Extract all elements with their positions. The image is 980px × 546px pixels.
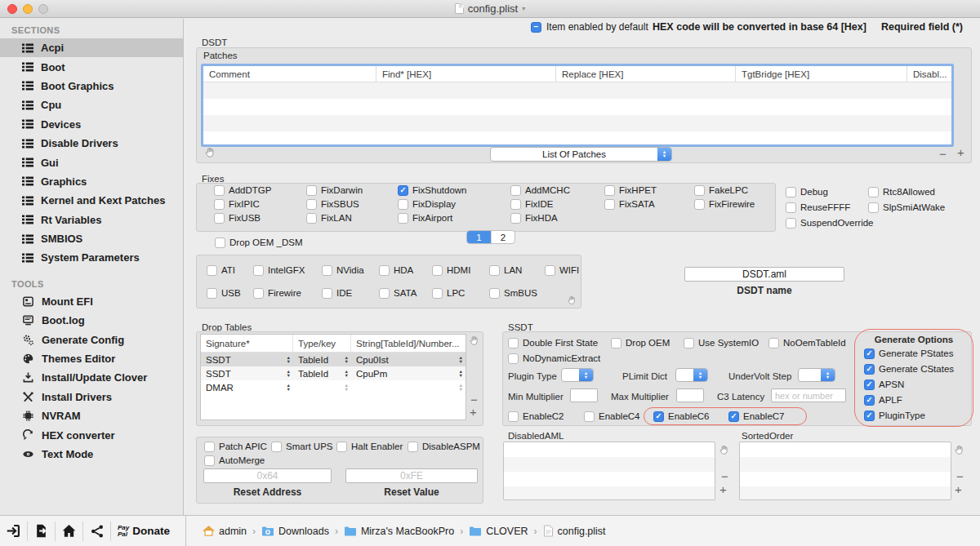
sidebar-item-graphics[interactable]: Graphics [0,172,183,191]
breadcrumb-item-downloads[interactable]: Downloads [261,526,329,537]
checkbox-lan[interactable]: LAN [489,264,522,276]
checkbox-fixide[interactable]: FixIDE [510,198,554,210]
stepper-icon[interactable] [287,384,291,391]
remove-drop-table-button[interactable]: − [470,395,478,405]
checkbox-hda[interactable]: HDA [379,264,413,276]
sidebar-item-rt-variables[interactable]: Rt Variables [0,211,183,229]
disabledaml-list[interactable] [503,442,715,500]
sidebar-tool-nvram[interactable]: NVRAM [0,406,183,425]
stepper-icon[interactable] [459,384,463,391]
checkbox-fixshutdown[interactable]: FixShutdown [398,184,466,196]
checkbox-fakelpc[interactable]: FakeLPC [694,184,748,196]
checkbox-double-first-state[interactable]: Double First State [508,337,598,348]
checkbox-hdmi[interactable]: HDMI [432,264,470,276]
checkbox-suspendoverride[interactable]: SuspendOverride [786,217,874,229]
sidebar-item-disable-drivers[interactable]: Disable Drivers [0,134,183,153]
checkbox-smbus[interactable]: SmBUS [489,287,537,299]
sidebar-item-system-parameters[interactable]: System Parameters [0,248,183,267]
sidebar-item-cpu[interactable]: Cpu [0,95,183,114]
sidebar-tool-generate-config[interactable]: Generate Config [0,330,183,348]
stepper-icon[interactable] [287,370,291,377]
checkbox-enablec2[interactable]: EnableC2 [508,411,564,422]
breadcrumb-item-mirzas-macbookpro[interactable]: Mirza's MacBookPro [344,526,454,537]
checkbox-generate-cstates[interactable]: Generate CStates [864,363,954,375]
patches-table[interactable]: Comment Find* [HEX] Replace [HEX] TgtBri… [201,64,954,147]
checkbox-enablec6[interactable]: EnableC6 [653,411,710,422]
checkbox-intelgfx[interactable]: IntelGFX [253,264,305,276]
column-header-string-tableid[interactable]: String[TableId]/Number... [351,335,466,352]
remove-patch-button[interactable]: − [939,149,947,159]
checkbox-lpc[interactable]: LPC [432,287,465,299]
checkbox-fixusb[interactable]: FixUSB [214,212,261,224]
stepper-icon[interactable] [287,356,291,363]
checkbox-ide[interactable]: IDE [322,287,352,299]
sidebar-item-acpi[interactable]: Acpi [0,38,183,57]
checkbox-fixsata[interactable]: FixSATA [604,198,655,210]
checkbox-usb[interactable]: USB [207,287,241,299]
checkbox-sata[interactable]: SATA [379,287,416,299]
checkbox-nodynamicextract[interactable]: NoDynamicExtract [508,353,600,364]
checkbox-firewire[interactable]: Firewire [253,287,301,299]
sidebar-item-devices[interactable]: Devices [0,115,183,134]
checkbox-disableaspm[interactable]: DisableASPM [408,441,480,452]
checkbox-fixdarwin[interactable]: FixDarwin [306,184,363,196]
checkbox-reuseffff[interactable]: ReuseFFFF [786,202,850,213]
column-header-disabled[interactable]: Disabl... [907,66,951,82]
checkbox-aplf[interactable]: APLF [864,394,902,406]
max-multiplier-field[interactable] [676,388,704,402]
add-drop-table-button[interactable]: + [470,407,477,417]
checkbox-fixlan[interactable]: FixLAN [306,212,352,224]
checkbox-use-systemio[interactable]: Use SystemIO [684,337,759,348]
sidebar-tool-themes-editor[interactable]: Themes Editor [0,349,183,368]
minimize-window-button[interactable] [23,4,33,14]
checkbox-halt-enabler[interactable]: Halt Enabler [336,441,403,452]
checkbox-plugintype[interactable]: PluginType [864,410,925,421]
stepper-icon[interactable] [345,356,349,363]
checkbox-drop-oem[interactable]: Drop OEM [611,337,670,348]
checkbox-enablec4[interactable]: EnableC4 [584,411,640,422]
checkbox-fixhpet[interactable]: FixHPET [604,184,657,196]
checkbox-automerge[interactable]: AutoMerge [204,455,265,466]
drop-tables-table[interactable]: Signature* Type/key String[TableId]/Numb… [200,334,466,420]
checkbox-fixhda[interactable]: FixHDA [510,212,558,224]
checkbox-nvidia[interactable]: NVidia [322,264,364,276]
column-header-signature[interactable]: Signature* [201,335,293,352]
checkbox-drop-oem-dsm[interactable]: Drop OEM _DSM [215,237,302,248]
page-tab-2[interactable]: 2 [491,231,514,243]
stepper-icon[interactable] [345,384,349,391]
table-row[interactable]: SSDT TableId CpuPm [201,366,466,380]
checkbox-slpsmiatwake[interactable]: SlpSmiAtWake [868,202,945,213]
sidebar-tool-hex-converter[interactable]: HEX converter [0,425,183,444]
donate-button[interactable]: PayPal Donate [111,525,170,538]
reset-value-field[interactable] [345,468,478,483]
column-header-find-hex[interactable]: Find* [HEX] [376,66,556,82]
dsdt-name-field[interactable] [684,267,844,282]
column-header-comment[interactable]: Comment [203,66,376,82]
column-header-type-key[interactable]: Type/key [293,335,351,352]
checkbox-fixdisplay[interactable]: FixDisplay [398,198,456,210]
import-button[interactable] [0,516,27,546]
checkbox-nooemtableid[interactable]: NoOemTableId [768,337,846,348]
checkbox-fixairport[interactable]: FixAirport [398,212,452,224]
checkbox-fixfirewire[interactable]: FixFirewire [694,198,755,210]
checkbox-apsn[interactable]: APSN [864,379,904,390]
min-multiplier-field[interactable] [570,388,598,402]
share-button[interactable] [83,516,110,546]
checkbox-enablec7[interactable]: EnableC7 [728,411,785,422]
table-row[interactable]: SSDT TableId Cpu0Ist [201,353,466,366]
add-sortedorder-button[interactable]: + [955,485,962,495]
checkbox-generate-pstates[interactable]: Generate PStates [864,348,953,359]
sidebar-tool-install-update-clover[interactable]: Install/Update Clover [0,368,183,387]
home-button[interactable] [56,516,82,546]
checkbox-rtc8allowed[interactable]: Rtc8Allowed [868,186,935,198]
breadcrumb-item-config-plist[interactable]: config.plist [543,525,606,537]
sidebar-tool-text-mode[interactable]: Text Mode [0,445,183,464]
checkbox-wifi[interactable]: WIFI [545,264,579,276]
zoom-window-button[interactable] [38,4,48,14]
export-button[interactable] [28,516,55,546]
breadcrumb-item-admin[interactable]: admin [203,525,247,537]
sidebar-item-boot-graphics[interactable]: Boot Graphics [0,77,183,95]
remove-disabledaml-button[interactable]: − [721,472,728,482]
add-patch-button[interactable]: + [957,148,964,158]
checkbox-adddtgp[interactable]: AddDTGP [214,184,271,196]
